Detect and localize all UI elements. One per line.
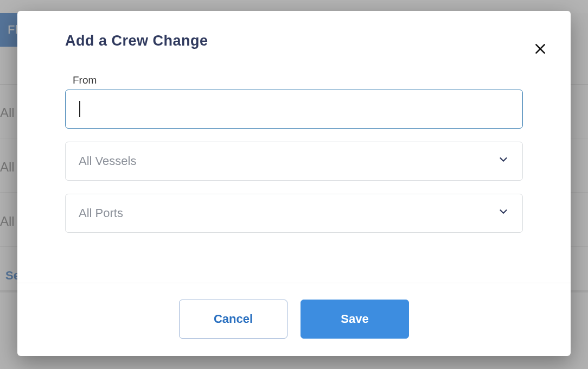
chevron-down-icon <box>497 206 509 221</box>
port-dropdown[interactable]: All Ports <box>65 194 523 233</box>
vessel-dropdown[interactable]: All Vessels <box>65 142 523 181</box>
chevron-down-icon <box>497 154 509 169</box>
from-input[interactable] <box>65 90 523 129</box>
add-crew-change-modal: Add a Crew Change From All Vessels All P… <box>17 11 571 356</box>
close-button[interactable] <box>531 39 550 59</box>
save-button-label: Save <box>341 312 368 326</box>
port-selected-label: All Ports <box>79 206 123 220</box>
modal-body: From All Vessels All Ports <box>17 53 571 259</box>
modal-title: Add a Crew Change <box>17 11 571 53</box>
save-button[interactable]: Save <box>301 300 409 339</box>
text-cursor <box>79 101 80 117</box>
cancel-button[interactable]: Cancel <box>179 300 287 339</box>
cancel-button-label: Cancel <box>214 312 253 326</box>
close-icon <box>533 42 547 56</box>
from-input-wrap <box>65 90 523 129</box>
modal-footer: Cancel Save <box>17 283 571 356</box>
from-label: From <box>73 74 523 86</box>
vessel-selected-label: All Vessels <box>79 154 136 168</box>
